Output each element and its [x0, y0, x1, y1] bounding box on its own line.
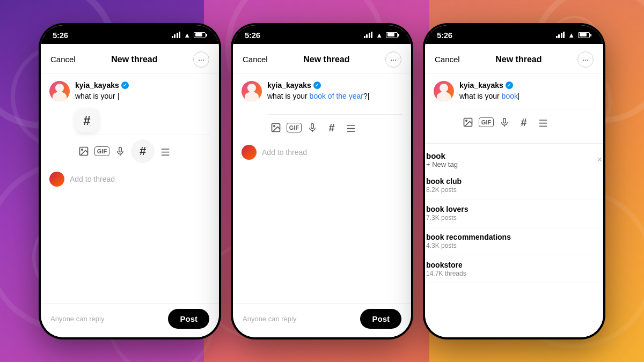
- user-info-3: kyia_kayaks ✓ what is your book: [459, 81, 519, 102]
- nav-bar-2: Cancel New thread ···: [233, 44, 411, 73]
- thread-text-plain-1: what is your: [75, 92, 118, 100]
- svg-point-1: [82, 149, 83, 151]
- verified-badge-3: ✓: [506, 82, 513, 89]
- user-row-2: kyia_kayaks ✓ what is your book of the y…: [241, 81, 402, 102]
- status-icons-3: ▲: [556, 31, 591, 39]
- person-head-2: [247, 84, 256, 92]
- dropdown-item-1[interactable]: book lovers 7.3K posts: [425, 200, 603, 227]
- nav-title-1: New thread: [111, 55, 157, 64]
- add-avatar-2: [241, 145, 257, 160]
- reply-label-2: Anyone can reply: [243, 315, 296, 323]
- hashtag-popup: #: [75, 109, 210, 132]
- list-icon-3[interactable]: [535, 114, 552, 131]
- svg-rect-16: [503, 119, 506, 123]
- thread-text-plain-2: what is your: [267, 92, 310, 100]
- add-thread-row-2: Add to thread: [241, 141, 402, 164]
- username-row-1: kyia_kayaks ✓: [75, 81, 129, 90]
- username-row-3: kyia_kayaks ✓: [459, 81, 519, 90]
- phone-1: 5:26 ▲ Cancel New thread: [39, 23, 221, 339]
- phone-footer-2: Anyone can reply Post: [233, 303, 411, 337]
- gif-icon-2[interactable]: GIF: [287, 123, 302, 132]
- dropdown-new-tag[interactable]: + New tag: [426, 160, 458, 168]
- gif-icon-3[interactable]: GIF: [479, 117, 494, 127]
- reply-label-1: Anyone can reply: [50, 315, 104, 323]
- person-body-2: [245, 92, 259, 101]
- cancel-button-1[interactable]: Cancel: [50, 55, 76, 64]
- thread-text-highlight-3: book: [502, 92, 518, 100]
- more-button-3[interactable]: ···: [577, 51, 594, 68]
- dropdown-tag-info: book + New tag: [426, 151, 458, 168]
- verified-badge-2: ✓: [313, 82, 321, 89]
- hashtag-icon-1[interactable]: #: [131, 139, 155, 163]
- thread-text-1: what is your: [75, 91, 129, 102]
- avatar-1: [49, 81, 70, 101]
- hashtag-bubble: #: [75, 109, 99, 132]
- hashtag-icon-2[interactable]: #: [323, 119, 340, 136]
- mic-icon-2[interactable]: [304, 119, 321, 136]
- mic-icon-3[interactable]: [496, 114, 513, 131]
- dropdown-item-name-0: book club: [426, 177, 602, 186]
- more-button-2[interactable]: ···: [385, 51, 401, 68]
- status-time-3: 5:26: [437, 31, 452, 40]
- signal-bars-3: [556, 32, 565, 38]
- add-thread-row-1: Add to thread: [49, 167, 210, 191]
- username-1: kyia_kayaks: [75, 81, 119, 90]
- hashtag-icon-3[interactable]: #: [515, 114, 532, 131]
- more-icon-3: ···: [582, 55, 589, 64]
- user-info-1: kyia_kayaks ✓ what is your: [75, 81, 129, 102]
- more-button-1[interactable]: ···: [193, 51, 209, 68]
- image-icon-2[interactable]: [267, 119, 284, 136]
- user-info-2: kyia_kayaks ✓ what is your book of the y…: [267, 81, 369, 102]
- username-3: kyia_kayaks: [459, 81, 503, 90]
- dropdown-item-name-1: book lovers: [426, 205, 602, 213]
- dropdown-item-3[interactable]: bookstore 14.7K threads: [425, 255, 603, 283]
- status-icons-2: ▲: [364, 31, 399, 39]
- mic-icon-1[interactable]: [112, 143, 129, 160]
- person-head-3: [440, 84, 448, 92]
- gif-icon-1[interactable]: GIF: [94, 146, 109, 156]
- post-button-2[interactable]: Post: [360, 309, 401, 329]
- wifi-icon-3: ▲: [568, 31, 575, 39]
- battery-icon-3: [578, 32, 591, 38]
- list-icon-1[interactable]: [157, 143, 174, 160]
- user-row-3: kyia_kayaks ✓ what is your book: [434, 81, 595, 102]
- cursor-2: [368, 93, 369, 100]
- tag-dropdown-3: book + New tag × book club 8.2K posts bo…: [425, 143, 603, 283]
- person-body-3: [437, 92, 451, 101]
- add-thread-text-1[interactable]: Add to thread: [70, 175, 115, 183]
- thread-text-after-2: ?: [363, 92, 368, 100]
- app-area-3: Cancel New thread ···: [425, 44, 603, 337]
- post-button-1[interactable]: Post: [168, 309, 209, 329]
- avatar-person-3: [434, 81, 454, 101]
- dropdown-close-icon[interactable]: ×: [597, 155, 602, 165]
- dropdown-item-0[interactable]: book club 8.2K posts: [425, 172, 603, 200]
- wifi-icon-2: ▲: [376, 31, 383, 39]
- svg-point-8: [274, 125, 275, 127]
- thread-content-2: kyia_kayaks ✓ what is your book of the y…: [233, 73, 411, 303]
- add-thread-text-2[interactable]: Add to thread: [262, 148, 307, 157]
- dropdown-item-count-0: 8.2K posts: [426, 186, 602, 194]
- more-icon-1: ···: [198, 55, 204, 64]
- phone-3-inner: 5:26 ▲ Cancel New thread: [425, 25, 603, 337]
- dropdown-item-count-1: 7.3K posts: [426, 214, 602, 221]
- status-bar-3: 5:26 ▲: [425, 25, 603, 44]
- dropdown-item-2[interactable]: book recommendations 4.3K posts: [425, 227, 603, 255]
- cancel-button-2[interactable]: Cancel: [243, 55, 268, 64]
- user-row-1: kyia_kayaks ✓ what is your: [49, 81, 210, 102]
- avatar-3: [434, 81, 454, 101]
- dropdown-main-tag[interactable]: book: [426, 151, 458, 160]
- cancel-button-3[interactable]: Cancel: [435, 55, 460, 64]
- svg-rect-2: [119, 147, 122, 152]
- phone-footer-1: Anyone can reply Post: [41, 303, 219, 337]
- verified-badge-1: ✓: [121, 82, 129, 89]
- image-icon-3[interactable]: [459, 114, 477, 131]
- thread-content-3: kyia_kayaks ✓ what is your book: [425, 73, 603, 337]
- status-time-2: 5:26: [245, 31, 260, 40]
- toolbar-2: GIF #: [267, 114, 402, 141]
- svg-point-15: [466, 120, 467, 122]
- image-icon-1[interactable]: [75, 143, 92, 160]
- svg-rect-9: [311, 124, 314, 129]
- list-icon-2[interactable]: [342, 119, 360, 136]
- person-body-1: [53, 92, 67, 101]
- thread-text-highlight-2: book of the year: [310, 92, 363, 100]
